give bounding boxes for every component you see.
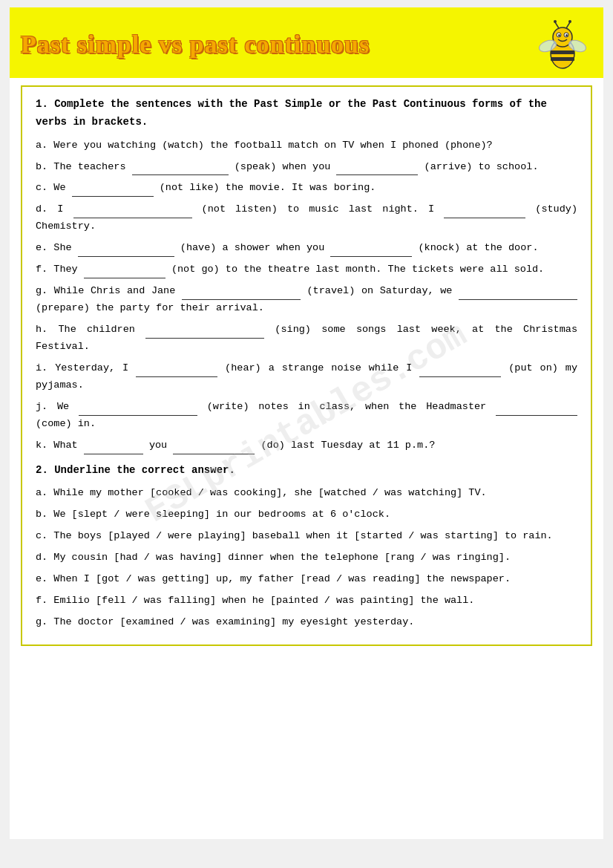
page-title: Past simple vs past continuous: [21, 30, 370, 60]
blank-j1[interactable]: [79, 404, 197, 416]
blank-k2[interactable]: [173, 443, 255, 454]
blank-g1[interactable]: [182, 288, 301, 300]
section2-item-e: e. When I [got / was getting] up, my fat…: [36, 571, 577, 588]
item-e: e. She (have) a shower when you (knock) …: [36, 240, 577, 257]
blank-g2[interactable]: [459, 288, 577, 300]
item-c: c. We (not like) the movie. It was borin…: [36, 180, 577, 197]
item-b: b. The teachers (speak) when you (arrive…: [36, 159, 577, 176]
section2-instruction: 2. Underline the correct answer.: [36, 462, 577, 480]
item-a: a. Were you watching (watch) the footbal…: [36, 137, 577, 154]
section2-item-f: f. Emilio [fell / was falling] when he […: [36, 593, 577, 610]
blank-f[interactable]: [84, 267, 165, 278]
item-h: h. The children (sing) some songs last w…: [36, 322, 577, 356]
section-2: 2. Underline the correct answer. a. Whil…: [36, 462, 577, 631]
worksheet-page: Past simple vs past continuous: [10, 7, 603, 839]
section2-item-c: c. The boys [played / were playing] base…: [36, 528, 577, 545]
section2-item-b: b. We [slept / were sleeping] in our bed…: [36, 506, 577, 523]
section1-instruction: 1. Complete the sentences with the Past …: [36, 96, 577, 131]
bee-icon: [533, 15, 592, 74]
item-k: k. What you (do) last Tuesday at 11 p.m.…: [36, 437, 577, 454]
svg-point-9: [554, 20, 557, 23]
section-1: 1. Complete the sentences with the Past …: [36, 96, 577, 454]
svg-point-7: [566, 34, 568, 36]
blank-c[interactable]: [72, 185, 154, 197]
item-f: f. They (not go) to the theatre last mon…: [36, 261, 577, 278]
blank-d1[interactable]: [73, 206, 192, 218]
section2-item-d: d. My cousin [had / was having] dinner w…: [36, 549, 577, 567]
header: Past simple vs past continuous: [10, 7, 603, 78]
svg-line-10: [566, 22, 570, 28]
svg-point-6: [558, 34, 560, 36]
blank-e2[interactable]: [330, 245, 412, 257]
blank-b2[interactable]: [336, 163, 418, 175]
section2-item-g: g. The doctor [examined / was examining]…: [36, 614, 577, 631]
blank-h[interactable]: [145, 327, 264, 339]
svg-rect-2: [551, 57, 574, 61]
blank-i2[interactable]: [419, 365, 501, 377]
svg-point-11: [568, 20, 571, 23]
item-g: g. While Chris and Jane (travel) on Satu…: [36, 283, 577, 317]
item-d: d. I (not listen) to music last night. I…: [36, 201, 577, 235]
svg-rect-1: [551, 50, 574, 54]
blank-i1[interactable]: [136, 365, 217, 377]
svg-line-8: [555, 22, 559, 28]
blank-k1[interactable]: [84, 443, 143, 454]
blank-j2[interactable]: [496, 404, 577, 416]
blank-e1[interactable]: [78, 245, 174, 257]
exercises-container: 1. Complete the sentences with the Past …: [21, 85, 592, 646]
section2-item-a: a. While my mother [cooked / was cooking…: [36, 485, 577, 502]
blank-b1[interactable]: [132, 163, 229, 175]
blank-d2[interactable]: [444, 206, 525, 218]
item-i: i. Yesterday, I (hear) a strange noise w…: [36, 360, 577, 394]
item-j: j. We (write) notes in class, when the H…: [36, 399, 577, 433]
